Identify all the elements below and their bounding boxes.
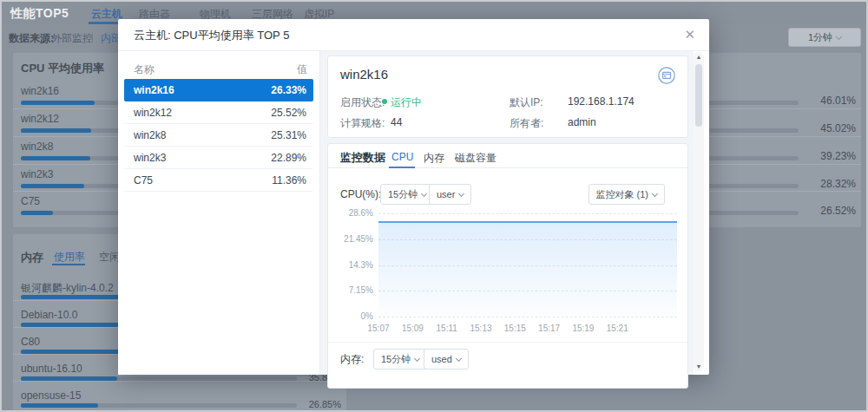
vm-rank-list: 名称 值 win2k16 26.33% win2k12 25.52% win2k…: [118, 51, 319, 375]
modal-title: 云主机: CPU平均使用率 TOP 5: [134, 28, 289, 43]
data-source-label: 数据来源:: [9, 31, 54, 46]
list-item-win2k16[interactable]: win2k16 26.33%: [124, 79, 313, 101]
source-divider: [92, 32, 93, 43]
chevron-down-icon: [652, 191, 658, 197]
owner-value: admin: [568, 116, 596, 128]
gridline: [378, 213, 677, 214]
interval-select[interactable]: 1分钟: [788, 28, 861, 47]
ip-label: 默认IP:: [510, 95, 543, 110]
performance-top5-screen: 性能TOP5 云主机 路由器 物理机 三层网络 虚拟IP 数据来源: 外部监控 …: [0, 0, 868, 412]
owner-label: 所有者:: [510, 116, 543, 131]
vm-summary-card: win2k16 启用状态: 运行中 默认IP: 192.168.1.174 计算…: [327, 56, 688, 138]
list-item-win2k3[interactable]: win2k3 22.89%: [124, 147, 313, 169]
scroll-up-icon[interactable]: ▲: [694, 54, 704, 60]
status-value: 运行中: [391, 95, 422, 110]
spec-label: 计算规格:: [340, 116, 385, 131]
chevron-down-icon: [456, 356, 462, 362]
list-item-win2k8[interactable]: win2k8 25.31%: [124, 124, 313, 147]
y-axis-tick: 28.6%: [332, 208, 373, 218]
tab-memory[interactable]: 内存: [424, 151, 444, 166]
gridline: [378, 317, 677, 317]
chevron-down-icon: [458, 191, 464, 197]
ip-value: 192.168.1.174: [568, 95, 635, 108]
tab-usage-rate[interactable]: 使用率: [54, 250, 85, 265]
cpu-line-chart: [378, 213, 677, 317]
section-divider: [328, 342, 687, 343]
external-monitor-link[interactable]: 外部监控: [51, 31, 93, 46]
monitor-section-label: 监控数据: [340, 150, 385, 166]
active-tab-underline: [389, 167, 415, 168]
series-area-fill: [378, 221, 677, 317]
vm-detail-panel: win2k16 启用状态: 运行中 默认IP: 192.168.1.174 计算…: [320, 51, 694, 375]
tab-cpu[interactable]: CPU: [391, 151, 413, 163]
monitor-data-card: 监控数据 CPU 内存 磁盘容量 CPU(%): 15分钟 user 监控对象 …: [327, 143, 688, 389]
value-column-header: 值: [297, 62, 307, 77]
chevron-down-icon: [836, 34, 842, 40]
active-tab-underline: [52, 264, 85, 265]
monitor-tabs-bar: 监控数据 CPU 内存 磁盘容量: [328, 144, 687, 168]
bar-fill: [21, 211, 53, 215]
cpu-metric-label: CPU(%):: [340, 184, 381, 205]
list-item-c75[interactable]: C75 11.36%: [124, 169, 313, 192]
memory-period-select[interactable]: 15分钟: [373, 349, 427, 369]
cpu-card-title: CPU 平均使用率: [21, 61, 104, 76]
bar-fill: [21, 128, 91, 133]
y-axis-tick: 7.15%: [332, 285, 373, 295]
console-icon[interactable]: [656, 65, 677, 86]
vm-name: win2k16: [340, 67, 388, 82]
status-dot-icon: [382, 99, 387, 104]
chevron-down-icon: [414, 356, 420, 362]
status-label: 启用状态:: [340, 95, 385, 110]
memory-rank-row: opensuse-15 26.85%: [13, 381, 346, 408]
bar-track: [21, 403, 297, 408]
name-column-header: 名称: [134, 62, 155, 77]
tab-disk-capacity[interactable]: 磁盘容量: [455, 151, 496, 166]
scroll-down-icon[interactable]: ▼: [694, 363, 704, 369]
bar-fill: [21, 184, 84, 188]
bar-fill: [21, 101, 95, 105]
modal-scrollbar[interactable]: ▲ ▼: [694, 52, 704, 371]
cpu-period-select[interactable]: 15分钟: [380, 184, 434, 205]
page-title: 性能TOP5: [10, 6, 69, 22]
cpu-metric-select[interactable]: user: [429, 184, 471, 205]
close-icon[interactable]: ✕: [684, 26, 695, 43]
bar-fill: [21, 156, 90, 160]
cpu-top5-modal: 云主机: CPU平均使用率 TOP 5 ✕ 名称 值 win2k16 26.33…: [118, 19, 709, 375]
memory-card-title: 内存: [21, 250, 43, 265]
y-axis-tick: 14.3%: [332, 260, 373, 270]
chevron-down-icon: [421, 191, 427, 197]
x-axis: 15:07 15:09 15:11 15:13 15:15 15:17 15:1…: [378, 324, 677, 334]
memory-metric-label: 内存:: [340, 349, 364, 369]
spec-value: 44: [391, 116, 402, 128]
scrollbar-thumb[interactable]: [695, 64, 702, 127]
bar-fill: [21, 403, 98, 408]
list-item-win2k12[interactable]: win2k12 25.52%: [124, 101, 313, 124]
memory-metric-select[interactable]: used: [424, 349, 469, 369]
monitor-target-select[interactable]: 监控对象 (1): [589, 184, 666, 205]
y-axis-tick: 21.45%: [332, 234, 373, 244]
series-line: [378, 221, 677, 223]
modal-titlebar: 云主机: CPU平均使用率 TOP 5 ✕: [118, 19, 709, 51]
y-axis-tick: 0%: [332, 311, 373, 321]
